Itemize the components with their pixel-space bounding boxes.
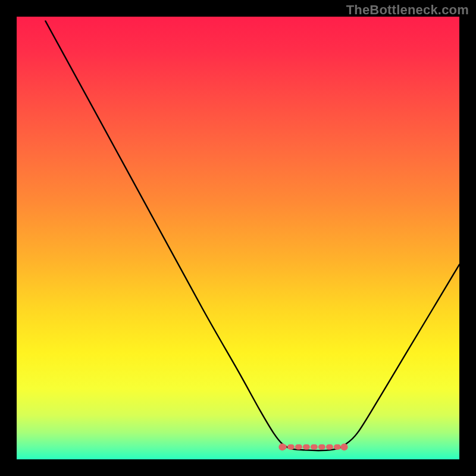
- optimal-range-marker: [17, 17, 459, 459]
- watermark-text: TheBottleneck.com: [346, 2, 469, 18]
- plot-area: [17, 17, 459, 459]
- svg-point-1: [278, 443, 286, 450]
- svg-point-2: [341, 443, 348, 450]
- chart-frame: TheBottleneck.com: [0, 0, 476, 476]
